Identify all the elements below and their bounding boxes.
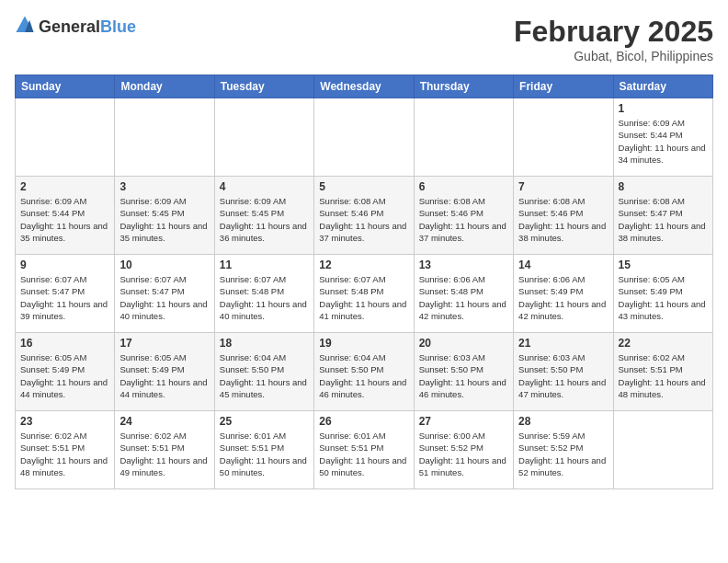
page-header: GeneralBlue February 2025 Gubat, Bicol, … — [15, 15, 713, 63]
calendar-cell: 11Sunrise: 6:07 AM Sunset: 5:48 PM Dayli… — [214, 255, 313, 333]
calendar-cell — [613, 411, 712, 489]
calendar-cell: 3Sunrise: 6:09 AM Sunset: 5:45 PM Daylig… — [115, 177, 214, 255]
calendar-cell: 28Sunrise: 5:59 AM Sunset: 5:52 PM Dayli… — [514, 411, 613, 489]
day-number: 27 — [419, 415, 508, 428]
weekday-header: Monday — [115, 75, 214, 98]
day-number: 23 — [20, 415, 109, 428]
day-number: 18 — [220, 337, 309, 350]
day-number: 15 — [619, 259, 708, 271]
weekday-header: Saturday — [613, 75, 712, 98]
calendar-cell: 22Sunrise: 6:02 AM Sunset: 5:51 PM Dayli… — [613, 333, 712, 411]
day-number: 14 — [518, 259, 608, 271]
day-number: 1 — [619, 102, 708, 115]
day-number: 7 — [518, 180, 608, 193]
day-info: Sunrise: 6:03 AM Sunset: 5:50 PM Dayligh… — [518, 351, 608, 400]
weekday-header: Wednesday — [314, 75, 414, 98]
calendar-cell: 12Sunrise: 6:07 AM Sunset: 5:48 PM Dayli… — [314, 255, 414, 333]
weekday-header: Sunday — [16, 75, 115, 98]
day-info: Sunrise: 6:01 AM Sunset: 5:51 PM Dayligh… — [220, 430, 309, 478]
day-info: Sunrise: 6:07 AM Sunset: 5:48 PM Dayligh… — [319, 273, 408, 322]
weekday-header: Thursday — [414, 75, 513, 98]
calendar-week-row: 16Sunrise: 6:05 AM Sunset: 5:49 PM Dayli… — [16, 333, 713, 411]
day-info: Sunrise: 6:06 AM Sunset: 5:48 PM Dayligh… — [419, 273, 508, 322]
calendar-cell: 9Sunrise: 6:07 AM Sunset: 5:47 PM Daylig… — [16, 255, 115, 333]
day-number: 10 — [119, 259, 209, 271]
day-number: 12 — [319, 259, 408, 271]
calendar-header-row: SundayMondayTuesdayWednesdayThursdayFrid… — [16, 75, 713, 98]
day-info: Sunrise: 6:07 AM Sunset: 5:48 PM Dayligh… — [220, 273, 309, 322]
calendar-cell: 7Sunrise: 6:08 AM Sunset: 5:46 PM Daylig… — [514, 177, 613, 255]
day-number: 11 — [220, 259, 309, 271]
calendar-cell: 6Sunrise: 6:08 AM Sunset: 5:46 PM Daylig… — [414, 177, 513, 255]
calendar-cell: 14Sunrise: 6:06 AM Sunset: 5:49 PM Dayli… — [514, 255, 613, 333]
day-number: 16 — [20, 337, 109, 350]
day-number: 2 — [20, 180, 109, 193]
day-info: Sunrise: 6:02 AM Sunset: 5:51 PM Dayligh… — [20, 430, 109, 478]
day-number: 21 — [518, 337, 608, 350]
calendar-cell: 8Sunrise: 6:08 AM Sunset: 5:47 PM Daylig… — [613, 177, 712, 255]
calendar-cell: 16Sunrise: 6:05 AM Sunset: 5:49 PM Dayli… — [16, 333, 115, 411]
calendar-cell: 17Sunrise: 6:05 AM Sunset: 5:49 PM Dayli… — [115, 333, 214, 411]
day-info: Sunrise: 6:06 AM Sunset: 5:49 PM Dayligh… — [518, 273, 608, 322]
calendar-week-row: 9Sunrise: 6:07 AM Sunset: 5:47 PM Daylig… — [16, 255, 713, 333]
logo-icon — [15, 15, 35, 39]
day-number: 8 — [619, 180, 708, 193]
calendar-cell — [414, 98, 513, 177]
day-number: 25 — [220, 415, 309, 428]
calendar-cell: 5Sunrise: 6:08 AM Sunset: 5:46 PM Daylig… — [314, 177, 414, 255]
day-info: Sunrise: 6:02 AM Sunset: 5:51 PM Dayligh… — [619, 351, 708, 400]
day-info: Sunrise: 6:08 AM Sunset: 5:46 PM Dayligh… — [319, 195, 408, 244]
calendar-cell: 15Sunrise: 6:05 AM Sunset: 5:49 PM Dayli… — [613, 255, 712, 333]
day-info: Sunrise: 6:02 AM Sunset: 5:51 PM Dayligh… — [119, 430, 209, 478]
logo: GeneralBlue — [15, 15, 136, 39]
day-info: Sunrise: 6:01 AM Sunset: 5:51 PM Dayligh… — [319, 430, 408, 478]
location: Gubat, Bicol, Philippines — [514, 49, 713, 63]
day-number: 28 — [518, 415, 608, 428]
calendar-cell: 24Sunrise: 6:02 AM Sunset: 5:51 PM Dayli… — [115, 411, 214, 489]
day-info: Sunrise: 6:09 AM Sunset: 5:44 PM Dayligh… — [20, 195, 109, 244]
day-number: 20 — [419, 337, 508, 350]
day-number: 4 — [220, 180, 309, 193]
day-info: Sunrise: 6:07 AM Sunset: 5:47 PM Dayligh… — [119, 273, 209, 322]
calendar-cell — [115, 98, 214, 177]
calendar-cell: 20Sunrise: 6:03 AM Sunset: 5:50 PM Dayli… — [414, 333, 513, 411]
calendar-table: SundayMondayTuesdayWednesdayThursdayFrid… — [15, 75, 713, 489]
day-info: Sunrise: 6:09 AM Sunset: 5:44 PM Dayligh… — [619, 117, 708, 166]
day-info: Sunrise: 6:07 AM Sunset: 5:47 PM Dayligh… — [20, 273, 109, 322]
calendar-week-row: 2Sunrise: 6:09 AM Sunset: 5:44 PM Daylig… — [16, 177, 713, 255]
calendar-week-row: 23Sunrise: 6:02 AM Sunset: 5:51 PM Dayli… — [16, 411, 713, 489]
day-info: Sunrise: 6:05 AM Sunset: 5:49 PM Dayligh… — [619, 273, 708, 322]
day-info: Sunrise: 6:04 AM Sunset: 5:50 PM Dayligh… — [319, 351, 408, 400]
weekday-header: Friday — [514, 75, 613, 98]
calendar-cell — [314, 98, 414, 177]
day-info: Sunrise: 6:09 AM Sunset: 5:45 PM Dayligh… — [119, 195, 209, 244]
day-info: Sunrise: 6:08 AM Sunset: 5:47 PM Dayligh… — [619, 195, 708, 244]
day-info: Sunrise: 5:59 AM Sunset: 5:52 PM Dayligh… — [518, 430, 608, 478]
day-number: 26 — [319, 415, 408, 428]
calendar-cell: 21Sunrise: 6:03 AM Sunset: 5:50 PM Dayli… — [514, 333, 613, 411]
day-info: Sunrise: 6:08 AM Sunset: 5:46 PM Dayligh… — [518, 195, 608, 244]
day-number: 9 — [20, 259, 109, 271]
day-number: 17 — [119, 337, 209, 350]
day-number: 3 — [119, 180, 209, 193]
day-number: 5 — [319, 180, 408, 193]
logo-text: GeneralBlue — [39, 17, 136, 37]
calendar-cell: 4Sunrise: 6:09 AM Sunset: 5:45 PM Daylig… — [214, 177, 313, 255]
calendar-week-row: 1Sunrise: 6:09 AM Sunset: 5:44 PM Daylig… — [16, 98, 713, 177]
day-info: Sunrise: 6:05 AM Sunset: 5:49 PM Dayligh… — [119, 351, 209, 400]
day-info: Sunrise: 6:03 AM Sunset: 5:50 PM Dayligh… — [419, 351, 508, 400]
calendar-cell: 19Sunrise: 6:04 AM Sunset: 5:50 PM Dayli… — [314, 333, 414, 411]
title-block: February 2025 Gubat, Bicol, Philippines — [514, 15, 713, 63]
calendar-cell: 26Sunrise: 6:01 AM Sunset: 5:51 PM Dayli… — [314, 411, 414, 489]
calendar-cell: 18Sunrise: 6:04 AM Sunset: 5:50 PM Dayli… — [214, 333, 313, 411]
calendar-cell: 23Sunrise: 6:02 AM Sunset: 5:51 PM Dayli… — [16, 411, 115, 489]
calendar-cell — [514, 98, 613, 177]
day-number: 13 — [419, 259, 508, 271]
day-number: 19 — [319, 337, 408, 350]
calendar-cell: 2Sunrise: 6:09 AM Sunset: 5:44 PM Daylig… — [16, 177, 115, 255]
day-info: Sunrise: 6:00 AM Sunset: 5:52 PM Dayligh… — [419, 430, 508, 478]
day-info: Sunrise: 6:08 AM Sunset: 5:46 PM Dayligh… — [419, 195, 508, 244]
calendar-cell: 13Sunrise: 6:06 AM Sunset: 5:48 PM Dayli… — [414, 255, 513, 333]
day-number: 6 — [419, 180, 508, 193]
calendar-cell: 10Sunrise: 6:07 AM Sunset: 5:47 PM Dayli… — [115, 255, 214, 333]
